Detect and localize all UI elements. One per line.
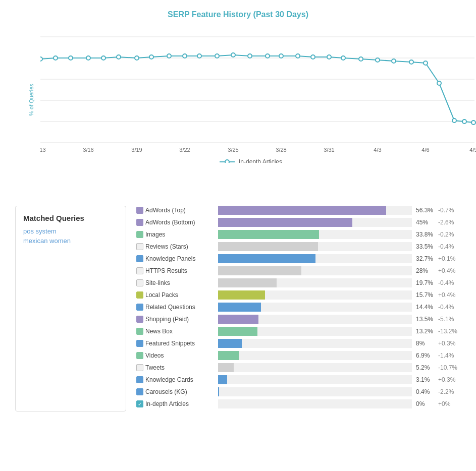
bar-label: News Box (145, 328, 216, 335)
bar-fill (218, 230, 319, 239)
bar-checkbox[interactable] (136, 400, 143, 407)
bar-pct: 32.7% (416, 255, 436, 262)
bar-container (218, 351, 412, 360)
bar-checkbox[interactable] (136, 231, 143, 238)
bar-row: Local Packs15.7%+0.4% (136, 290, 461, 300)
bar-checkbox[interactable] (136, 207, 143, 214)
bar-row: Reviews (Stars)33.5%-0.4% (136, 242, 461, 251)
bar-checkbox[interactable] (136, 388, 143, 395)
svg-text:4/6: 4/6 (421, 147, 429, 153)
bar-fill (218, 339, 242, 348)
bar-checkbox[interactable] (136, 340, 143, 347)
bar-fill (218, 254, 315, 263)
bar-container (218, 278, 412, 287)
bar-checkbox[interactable] (136, 304, 143, 311)
bar-fill (218, 242, 318, 251)
bar-container (218, 266, 412, 275)
bar-checkbox[interactable] (136, 364, 143, 371)
bar-row: Carousels (KG)0.4%-2.2% (136, 387, 461, 396)
bar-label: Images (145, 231, 216, 238)
svg-point-16 (101, 56, 105, 60)
bar-pct: 56.3% (416, 207, 436, 214)
bar-change: -0.4% (438, 304, 461, 311)
bar-row: HTTPS Results28%+0.4% (136, 266, 461, 275)
bar-change: -10.7% (438, 364, 461, 371)
bar-label: AdWords (Bottom) (145, 219, 216, 226)
svg-point-39 (462, 120, 466, 124)
svg-point-15 (86, 56, 90, 60)
bar-label: Reviews (Stars) (145, 243, 216, 250)
bar-pct: 5.2% (416, 364, 436, 371)
bar-container (218, 339, 412, 348)
bar-checkbox[interactable] (136, 316, 143, 323)
svg-point-20 (167, 54, 171, 58)
bar-label: In-depth Articles (145, 400, 216, 407)
bar-pct: 13.5% (416, 316, 436, 323)
bar-row: Featured Snippets8%+0.3% (136, 339, 461, 348)
bar-change: +0.1% (438, 255, 461, 262)
svg-text:In-depth Articles: In-depth Articles (239, 158, 282, 163)
bar-pct: 3.1% (416, 376, 436, 383)
bar-pct: 28% (416, 267, 436, 274)
bar-checkbox[interactable] (136, 255, 143, 262)
bar-fill (218, 375, 227, 384)
svg-point-22 (197, 54, 201, 58)
bar-label: Knowledge Cards (145, 376, 216, 383)
bar-change: -0.2% (438, 231, 461, 238)
svg-point-21 (183, 54, 187, 58)
svg-point-36 (424, 61, 428, 65)
bar-pct: 19.7% (416, 279, 436, 286)
bar-label: Shopping (Paid) (145, 316, 216, 323)
bar-checkbox[interactable] (136, 291, 143, 299)
bar-container (218, 290, 412, 300)
bar-change: +0.4% (438, 267, 461, 274)
svg-point-35 (409, 60, 413, 64)
bar-label: Related Questions (145, 304, 216, 311)
svg-text:3/25: 3/25 (228, 147, 238, 153)
bar-pct: 33.8% (416, 231, 436, 238)
svg-point-23 (215, 54, 219, 58)
bar-checkbox[interactable] (136, 376, 143, 383)
bar-row: Knowledge Panels32.7%+0.1% (136, 254, 461, 263)
bar-pct: 14.4% (416, 304, 436, 311)
bar-label: Carousels (KG) (145, 388, 216, 395)
bar-checkbox[interactable] (136, 267, 143, 274)
bar-container (218, 387, 412, 396)
bar-chart-section: AdWords (Top)56.3%-0.7%AdWords (Bottom)4… (136, 206, 461, 411)
svg-text:3/13: 3/13 (40, 147, 46, 153)
svg-text:3/28: 3/28 (276, 147, 286, 153)
bar-container (218, 254, 412, 263)
svg-point-37 (437, 81, 441, 85)
matched-query-link-0[interactable]: pos system (23, 227, 118, 235)
svg-point-25 (248, 54, 252, 58)
bar-label: Local Packs (145, 291, 216, 299)
bar-row: AdWords (Top)56.3%-0.7% (136, 206, 461, 215)
svg-point-34 (392, 59, 396, 63)
matched-query-link-1[interactable]: mexican women (23, 237, 118, 245)
svg-point-31 (341, 56, 345, 60)
svg-point-40 (471, 121, 475, 125)
bar-checkbox[interactable] (136, 279, 143, 286)
bar-container (218, 218, 412, 227)
bar-checkbox[interactable] (136, 352, 143, 359)
bar-change: +0.3% (438, 340, 461, 347)
svg-text:4/3: 4/3 (374, 147, 381, 153)
svg-point-19 (149, 55, 153, 59)
bar-row: AdWords (Bottom)45%-2.6% (136, 218, 461, 227)
bar-checkbox[interactable] (136, 243, 143, 250)
bar-row: Tweets5.2%-10.7% (136, 363, 461, 372)
bar-pct: 13.2% (416, 328, 436, 335)
bar-fill (218, 315, 258, 324)
bar-container (218, 242, 412, 251)
bar-container (218, 303, 412, 312)
bar-change: -2.6% (438, 219, 461, 226)
bar-pct: 6.9% (416, 352, 436, 359)
svg-point-18 (135, 56, 139, 60)
bar-pct: 15.7% (416, 291, 436, 299)
bar-change: -13.2% (438, 328, 461, 335)
bar-change: -0.4% (438, 279, 461, 286)
bar-checkbox[interactable] (136, 219, 143, 226)
bar-label: AdWords (Top) (145, 207, 216, 214)
bar-checkbox[interactable] (136, 328, 143, 335)
bar-container (218, 206, 412, 215)
